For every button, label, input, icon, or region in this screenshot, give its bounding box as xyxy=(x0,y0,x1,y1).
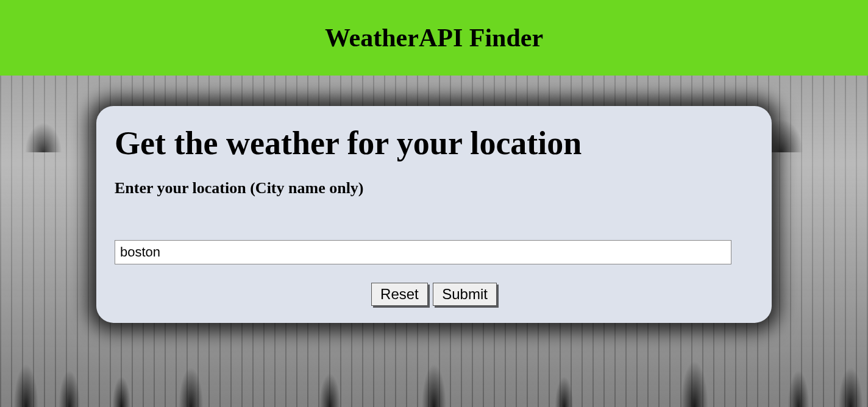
weather-form-card: Get the weather for your location Enter … xyxy=(96,106,772,323)
location-input[interactable] xyxy=(115,240,731,264)
app-header: WeatherAPI Finder xyxy=(0,0,868,76)
card-heading: Get the weather for your location xyxy=(115,124,753,162)
app-title: WeatherAPI Finder xyxy=(0,23,868,52)
button-row: Reset Submit xyxy=(115,283,753,306)
card-subheading: Enter your location (City name only) xyxy=(115,179,753,197)
reset-button[interactable]: Reset xyxy=(371,283,428,306)
submit-button[interactable]: Submit xyxy=(433,283,497,306)
